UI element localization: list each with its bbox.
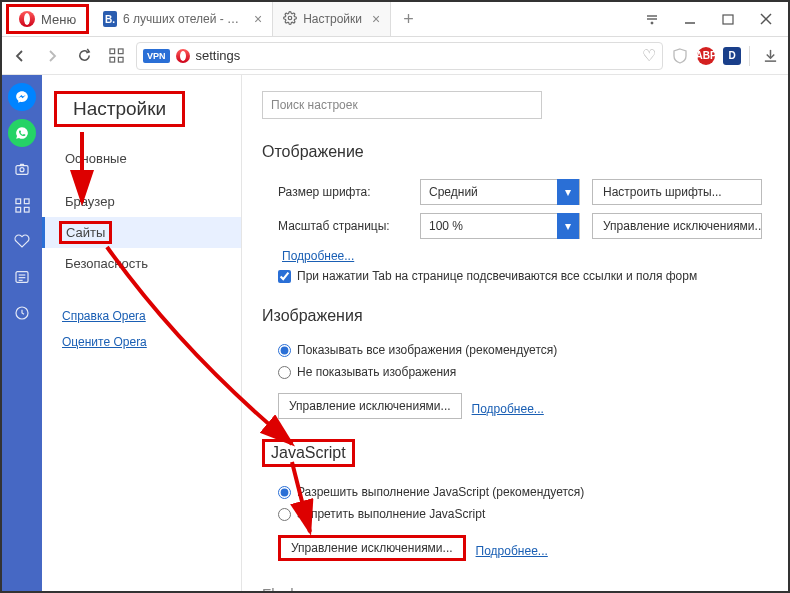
download-icon[interactable] (758, 44, 782, 68)
close-icon[interactable]: × (254, 11, 262, 27)
images-hide-row[interactable]: Не показывать изображения (262, 361, 768, 383)
zoom-row: Масштаб страницы: 100 % ▾ Управление иск… (262, 209, 768, 243)
messenger-icon[interactable] (8, 83, 36, 111)
configure-fonts-button[interactable]: Настроить шрифты... (592, 179, 762, 205)
images-show-all-radio[interactable] (278, 344, 291, 357)
opera-logo-icon (19, 11, 35, 27)
search-settings-input[interactable]: Поиск настроек (262, 91, 542, 119)
nav-item-browser[interactable]: Браузер (42, 186, 241, 217)
settings-sidebar: Настройки Основные Браузер Сайты Безопас… (42, 75, 242, 591)
chevron-down-icon: ▾ (557, 213, 579, 239)
nav-item-sites-label: Сайты (59, 221, 112, 244)
svg-rect-6 (723, 15, 733, 24)
reload-button[interactable] (72, 44, 96, 68)
back-button[interactable] (8, 44, 32, 68)
js-block-label: Запретить выполнение JavaScript (297, 507, 485, 521)
section-display-heading: Отображение (262, 143, 768, 161)
nav-item-security[interactable]: Безопасность (42, 248, 241, 279)
divider (749, 46, 750, 66)
menu-button[interactable]: Меню (6, 4, 89, 34)
js-block-radio[interactable] (278, 508, 291, 521)
bookmark-heart-icon[interactable]: ♡ (642, 46, 656, 65)
tab-highlight-checkbox[interactable] (278, 270, 291, 283)
close-icon[interactable]: × (372, 11, 380, 27)
tab-title: 6 лучших отелей - Мертв (123, 12, 244, 26)
js-exceptions-button[interactable]: Управление исключениями... (278, 535, 466, 561)
news-side-icon[interactable] (8, 263, 36, 291)
new-tab-button[interactable]: + (391, 2, 426, 36)
svg-rect-12 (118, 57, 123, 62)
svg-point-16 (20, 168, 24, 172)
gear-icon (283, 11, 297, 28)
svg-rect-20 (24, 207, 29, 212)
images-hide-radio[interactable] (278, 366, 291, 379)
svg-rect-17 (15, 198, 20, 203)
js-btn-row: Управление исключениями... Подробнее... (262, 525, 768, 571)
forward-button[interactable] (40, 44, 64, 68)
font-size-select[interactable]: Средний ▾ (420, 179, 580, 205)
tab-title: Настройки (303, 12, 362, 26)
images-more-link[interactable]: Подробнее... (472, 402, 544, 416)
zoom-value: 100 % (429, 219, 463, 233)
titlebar: Меню B. 6 лучших отелей - Мертв × Настро… (2, 2, 788, 37)
shield-icon[interactable] (671, 47, 689, 65)
svg-point-0 (288, 16, 292, 20)
nav-item-sites[interactable]: Сайты (42, 217, 241, 248)
menu-label: Меню (41, 12, 76, 27)
history-side-icon[interactable] (8, 299, 36, 327)
opera-favicon-icon (176, 49, 190, 63)
camera-icon[interactable] (8, 155, 36, 183)
tab-highlight-label: При нажатии Tab на странице подсвечивают… (297, 269, 697, 283)
address-field[interactable]: VPN ♡ (136, 42, 663, 70)
zoom-exceptions-button[interactable]: Управление исключениями... (592, 213, 762, 239)
heart-side-icon[interactable] (8, 227, 36, 255)
minimize-icon[interactable] (672, 4, 708, 34)
url-input[interactable] (196, 48, 636, 63)
close-window-icon[interactable] (748, 4, 784, 34)
svg-rect-18 (24, 198, 29, 203)
extension-d-icon[interactable]: D (723, 47, 741, 65)
svg-rect-10 (118, 49, 123, 54)
whatsapp-icon[interactable] (8, 119, 36, 147)
tab-highlight-row[interactable]: При нажатии Tab на странице подсвечивают… (262, 263, 768, 289)
settings-title: Настройки (54, 91, 185, 127)
zoom-select[interactable]: 100 % ▾ (420, 213, 580, 239)
images-btn-row: Управление исключениями... Подробнее... (262, 383, 768, 429)
images-show-all-label: Показывать все изображения (рекомендуетс… (297, 343, 557, 357)
font-size-value: Средний (429, 185, 478, 199)
images-show-all-row[interactable]: Показывать все изображения (рекомендуетс… (262, 339, 768, 361)
images-exceptions-button[interactable]: Управление исключениями... (278, 393, 462, 419)
svg-rect-11 (109, 57, 114, 62)
js-block-row[interactable]: Запретить выполнение JavaScript (262, 503, 768, 525)
tab-strip: B. 6 лучших отелей - Мертв × Настройки ×… (93, 2, 634, 36)
tab-background[interactable]: B. 6 лучших отелей - Мертв × (93, 2, 273, 36)
rate-link[interactable]: Оцените Opera (42, 329, 241, 355)
search-placeholder: Поиск настроек (271, 98, 358, 112)
display-more-link[interactable]: Подробнее... (262, 249, 354, 263)
section-images-heading: Изображения (262, 307, 768, 325)
speed-dial-button[interactable] (104, 44, 128, 68)
js-allow-row[interactable]: Разрешить выполнение JavaScript (рекомен… (262, 481, 768, 503)
maximize-icon[interactable] (710, 4, 746, 34)
svg-rect-19 (15, 207, 20, 212)
js-allow-radio[interactable] (278, 486, 291, 499)
js-more-link[interactable]: Подробнее... (476, 544, 548, 558)
font-size-row: Размер шрифта: Средний ▾ Настроить шрифт… (262, 175, 768, 209)
speed-dial-side-icon[interactable] (8, 191, 36, 219)
help-link[interactable]: Справка Opera (42, 303, 241, 329)
font-size-label: Размер шрифта: (278, 185, 408, 199)
address-bar: VPN ♡ ABP D (2, 37, 788, 75)
adblock-icon[interactable]: ABP (697, 47, 715, 65)
vpn-badge[interactable]: VPN (143, 49, 170, 63)
tab-menu-icon[interactable] (634, 4, 670, 34)
js-allow-label: Разрешить выполнение JavaScript (рекомен… (297, 485, 584, 499)
svg-rect-15 (16, 166, 28, 175)
tab-settings[interactable]: Настройки × (273, 2, 391, 36)
svg-rect-9 (109, 49, 114, 54)
nav-item-basic[interactable]: Основные (42, 143, 241, 174)
body-row: Настройки Основные Браузер Сайты Безопас… (2, 75, 788, 591)
section-flash-heading: Flash (262, 585, 768, 591)
section-javascript-heading: JavaScript (262, 439, 355, 467)
window-controls (634, 4, 788, 34)
side-panel (2, 75, 42, 591)
